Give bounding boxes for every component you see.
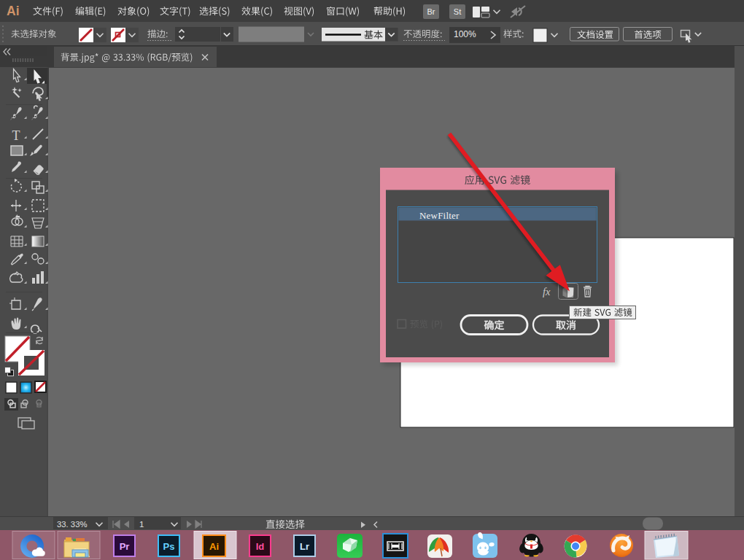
svg-text:Ai: Ai: [209, 541, 219, 552]
svg-text:Br: Br: [427, 7, 435, 16]
svg-text:100%: 100%: [454, 29, 476, 39]
svg-text:1: 1: [139, 520, 144, 529]
svg-text:Ai: Ai: [7, 4, 20, 18]
svg-text:T: T: [12, 128, 20, 143]
svg-text:Pr: Pr: [120, 541, 130, 552]
svg-text:Ps: Ps: [163, 541, 175, 552]
svg-text:St: St: [454, 7, 461, 16]
svg-text:Lr: Lr: [300, 541, 309, 552]
svg-text:fx: fx: [543, 286, 551, 298]
svg-text:33. 33%: 33. 33%: [57, 520, 87, 529]
svg-text:NewFilter: NewFilter: [419, 210, 460, 221]
svg-text:Id: Id: [256, 541, 265, 552]
